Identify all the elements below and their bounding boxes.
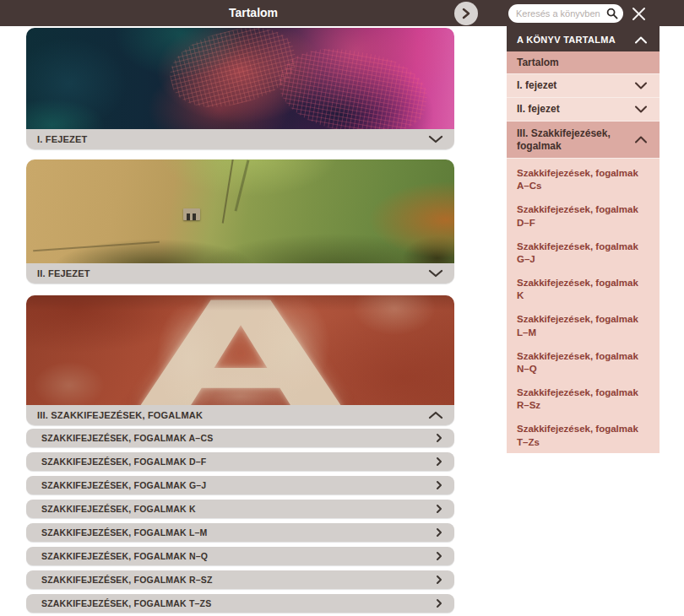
- ebook-toc-page: Tartalom A KÖNYV TARTALMA Tartalom I. fe…: [0, 0, 684, 616]
- search-box: [508, 4, 623, 23]
- sidebar-item-label: Tartalom: [517, 57, 628, 69]
- glossary-row-k[interactable]: SZAKKIFEJEZÉSEK, FOGALMAK K: [26, 500, 454, 518]
- chapter1-accordion-bar[interactable]: I. FEJEZET: [26, 129, 454, 149]
- page-title: Tartalom: [0, 0, 507, 26]
- sidebar-item-fejezet-2[interactable]: II. fejezet: [507, 98, 660, 122]
- sidebar-item-szakkifejezesek[interactable]: III. Szakkifejezések, fogalmak: [507, 122, 660, 159]
- sidebar-toc-toggle[interactable]: A KÖNYV TARTALMA: [507, 28, 660, 51]
- chapter2-title: II. FEJEZET: [37, 268, 90, 278]
- chevron-right-icon: [458, 5, 475, 22]
- sidebar-subitem-g-j[interactable]: Szakkifejezések, fogalmak G–J: [507, 235, 660, 272]
- sidebar-subitem-k[interactable]: Szakkifejezések, fogalmak K: [507, 272, 660, 308]
- chapter1-image[interactable]: [26, 28, 454, 129]
- sidebar-toc-title: A KÖNYV TARTALMA: [517, 35, 616, 45]
- chevron-down-icon: [428, 135, 443, 143]
- chevron-right-icon: [436, 433, 442, 443]
- chapter2-image[interactable]: [26, 159, 454, 263]
- paint-smudge-decoration: [26, 295, 454, 405]
- chevron-up-icon: [428, 411, 443, 419]
- sidebar-subitem-t-zs[interactable]: Szakkifejezések, fogalmak T–Zs: [507, 418, 660, 454]
- sidebar-subitem-n-q[interactable]: Szakkifejezések, fogalmak N–Q: [507, 345, 660, 381]
- sidebar-item-label: II. fejezet: [517, 103, 628, 116]
- chevron-right-icon: [436, 551, 442, 561]
- glossary-row-l-m[interactable]: SZAKKIFEJEZÉSEK, FOGALMAK L–M: [26, 523, 454, 542]
- next-arrow-button[interactable]: [454, 2, 478, 25]
- chevron-down-icon: [634, 105, 648, 113]
- sidebar-subitem-l-m[interactable]: Szakkifejezések, fogalmak L–M: [507, 308, 660, 344]
- chevron-up-icon: [634, 136, 648, 143]
- sidebar-item-tartalom[interactable]: Tartalom: [507, 51, 660, 74]
- chevron-up-icon: [634, 36, 648, 44]
- sidebar-item-label: III. Szakkifejezések, fogalmak: [517, 127, 628, 153]
- glossary-row-a-cs[interactable]: SZAKKIFEJEZÉSEK, FOGALMAK A–CS: [26, 429, 454, 447]
- search-input[interactable]: [516, 8, 606, 19]
- sidebar-subitems: Szakkifejezések, fogalmak A–Cs Szakkifej…: [507, 159, 660, 453]
- sidebar-subitem-r-sz[interactable]: Szakkifejezések, fogalmak R–Sz: [507, 381, 660, 418]
- sidebar-item-fejezet-1[interactable]: I. fejezet: [507, 74, 660, 98]
- chevron-right-icon: [436, 457, 442, 467]
- chapter1-title: I. FEJEZET: [37, 134, 87, 144]
- chevron-down-icon: [428, 269, 443, 278]
- chapter2-accordion-bar[interactable]: II. FEJEZET: [26, 263, 454, 284]
- sidebar-subitem-d-f[interactable]: Szakkifejezések, fogalmak D–F: [507, 198, 660, 235]
- glossary-row-g-j[interactable]: SZAKKIFEJEZÉSEK, FOGALMAK G–J: [26, 476, 454, 494]
- stone-wall-decoration: [33, 241, 160, 251]
- glossary-row-d-f[interactable]: SZAKKIFEJEZÉSEK, FOGALMAK D–F: [26, 452, 454, 471]
- chapter3-accordion-bar[interactable]: III. SZAKKIFEJEZÉSEK, FOGALMAK: [26, 405, 454, 425]
- glossary-row-r-sz[interactable]: SZAKKIFEJEZÉSEK, FOGALMAK R–SZ: [26, 570, 454, 589]
- sidebar-subitem-a-cs[interactable]: Szakkifejezések, fogalmak A–Cs: [507, 162, 660, 198]
- chapter3-image[interactable]: A: [26, 295, 454, 405]
- chevron-right-icon: [436, 575, 442, 585]
- sidebar-items: Tartalom I. fejezet II. fejezet III. Sza…: [507, 51, 660, 159]
- chevron-down-icon: [634, 82, 648, 89]
- search-icon[interactable]: [606, 8, 618, 19]
- close-icon[interactable]: [630, 5, 647, 22]
- stone-barn-decoration: [183, 208, 200, 220]
- glossary-row-n-q[interactable]: SZAKKIFEJEZÉSEK, FOGALMAK N–Q: [26, 547, 454, 565]
- glossary-row-t-zs[interactable]: SZAKKIFEJEZÉSEK, FOGALMAK T–ZS: [26, 594, 454, 613]
- field-path-decoration: [235, 160, 250, 212]
- chevron-right-icon: [436, 504, 442, 514]
- chevron-right-icon: [436, 598, 442, 608]
- sidebar-item-label: I. fejezet: [517, 79, 628, 92]
- stone-wall-decoration: [222, 159, 234, 224]
- abstract-mesh-decoration: [274, 40, 433, 129]
- chevron-right-icon: [436, 480, 442, 490]
- chevron-right-icon: [436, 527, 442, 538]
- chapter3-title: III. SZAKKIFEJEZÉSEK, FOGALMAK: [37, 410, 203, 420]
